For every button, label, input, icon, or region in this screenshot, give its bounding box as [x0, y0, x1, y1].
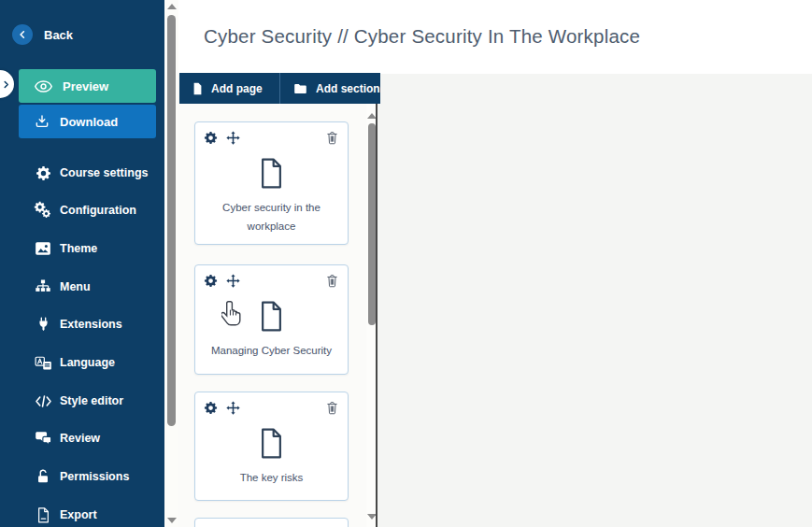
- sidebar-item-export[interactable]: Export: [0, 496, 164, 527]
- export-document-icon: [32, 507, 54, 523]
- main-header: Cyber Security // Cyber Security In The …: [178, 0, 812, 74]
- main-content: Cyber Security // Cyber Security In The …: [178, 0, 812, 527]
- sidebar-item-extensions[interactable]: Extensions: [0, 306, 164, 343]
- preview-label: Preview: [63, 79, 108, 93]
- scroll-down-arrow[interactable]: [367, 514, 377, 520]
- add-page-button[interactable]: Add page: [179, 73, 279, 104]
- translate-icon: [32, 355, 54, 371]
- page-card-title: The key risks: [195, 468, 348, 487]
- scroll-up-arrow[interactable]: [167, 4, 177, 9]
- add-section-button[interactable]: Add section: [280, 73, 380, 104]
- add-section-label: Add section: [316, 82, 380, 95]
- page-list-panel: Cyber security in the workplace: [178, 104, 378, 527]
- gears-icon: [32, 201, 54, 220]
- card-delete-button[interactable]: [325, 273, 339, 289]
- page-icon: [195, 428, 348, 459]
- trash-icon: [325, 400, 339, 416]
- add-page-label: Add page: [211, 82, 263, 95]
- download-icon: [35, 114, 50, 129]
- code-icon: [32, 394, 54, 408]
- page-scrollbar[interactable]: [164, 0, 178, 527]
- card-delete-button[interactable]: [325, 400, 339, 416]
- folder-icon: [293, 83, 307, 94]
- download-button[interactable]: Download: [19, 105, 156, 138]
- page-list-scrollbar[interactable]: [366, 104, 377, 527]
- sidebar-item-permissions[interactable]: Permissions: [0, 458, 164, 495]
- gear-icon: [204, 274, 218, 288]
- page-scrollbar-thumb[interactable]: [167, 15, 176, 426]
- page-card-partial[interactable]: [194, 518, 349, 527]
- chevron-right-icon: [1, 79, 11, 90]
- trash-icon: [325, 273, 339, 289]
- page-card[interactable]: The key risks: [194, 392, 349, 501]
- unlock-icon: [32, 468, 54, 485]
- sidebar-item-configuration[interactable]: Configuration: [0, 192, 164, 229]
- move-icon: [226, 274, 240, 288]
- card-settings-button[interactable]: [204, 131, 218, 145]
- back-button[interactable]: Back: [12, 22, 73, 47]
- app-window: Back Preview Download Course se: [0, 0, 812, 527]
- card-drag-handle[interactable]: [226, 401, 240, 415]
- preview-button[interactable]: Preview: [19, 69, 156, 103]
- sitemap-icon: [32, 278, 54, 295]
- sidebar-item-theme[interactable]: Theme: [0, 230, 164, 267]
- eye-icon: [35, 80, 52, 93]
- page-icon: [192, 82, 203, 95]
- card-drag-handle[interactable]: [226, 274, 240, 288]
- move-icon: [226, 401, 240, 415]
- page-card-title: Managing Cyber Security: [195, 341, 348, 360]
- download-label: Download: [60, 115, 118, 129]
- plug-icon: [32, 316, 54, 333]
- page-title: Cyber Security // Cyber Security In The …: [204, 25, 640, 48]
- sidebar-item-style-editor[interactable]: Style editor: [0, 382, 164, 420]
- sidebar-item-course-settings[interactable]: Course settings: [0, 154, 164, 192]
- page-icon: [195, 158, 348, 189]
- card-settings-button[interactable]: [204, 274, 218, 288]
- card-drag-handle[interactable]: [226, 131, 240, 145]
- page-card-title: Cyber security in the workplace: [195, 198, 348, 235]
- trash-icon: [325, 130, 339, 146]
- move-icon: [226, 131, 240, 145]
- chevron-left-icon: [12, 24, 33, 45]
- page-card[interactable]: Managing Cyber Security: [194, 264, 349, 375]
- scroll-up-arrow[interactable]: [367, 113, 377, 119]
- sidebar-item-review[interactable]: Review: [0, 420, 164, 457]
- chat-bubbles-icon: [32, 431, 54, 446]
- page-icon: [195, 301, 348, 332]
- sidebar: Back Preview Download Course se: [0, 0, 164, 527]
- sidebar-item-language[interactable]: Language: [0, 344, 164, 381]
- page-card[interactable]: Cyber security in the workplace: [194, 121, 349, 245]
- scroll-down-arrow[interactable]: [167, 518, 177, 523]
- sidebar-item-menu[interactable]: Menu: [0, 268, 164, 306]
- gear-icon: [32, 165, 54, 181]
- structure-toolbar: Add page Add section: [179, 73, 380, 104]
- gear-icon: [204, 401, 218, 415]
- card-delete-button[interactable]: [325, 130, 339, 146]
- page-list-scrollbar-thumb[interactable]: [368, 123, 376, 325]
- gear-icon: [204, 131, 218, 145]
- card-settings-button[interactable]: [204, 401, 218, 415]
- back-label: Back: [44, 28, 73, 42]
- image-icon: [32, 240, 54, 257]
